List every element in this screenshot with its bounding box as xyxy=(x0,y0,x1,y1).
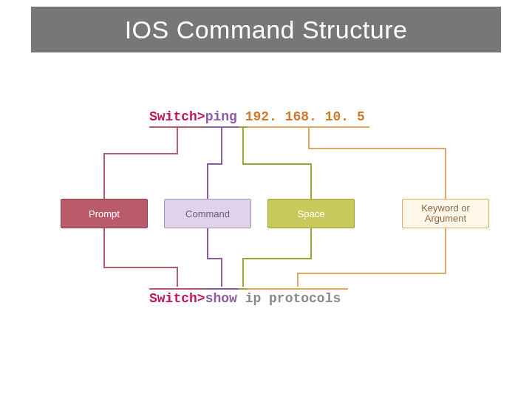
label-command: Command xyxy=(164,199,251,228)
bottom-command-underline xyxy=(205,288,239,290)
top-space-text xyxy=(237,109,245,124)
bottom-space-underline xyxy=(239,288,248,290)
label-argument: Keyword or Argument xyxy=(402,199,489,228)
label-prompt: Prompt xyxy=(61,199,148,228)
example-bottom: Switch>show ip protocols xyxy=(149,291,341,306)
top-arg-underline xyxy=(248,126,369,128)
top-argument-text: 192. 168. 10. 5 xyxy=(245,109,365,124)
bottom-prompt-text: Switch> xyxy=(149,291,205,306)
bottom-prompt-underline xyxy=(149,288,205,290)
top-prompt-underline xyxy=(149,126,205,128)
bottom-command-text: show xyxy=(205,291,237,306)
top-command-underline xyxy=(205,126,239,128)
diagram: Switch>ping 192. 168. 10. 5 Prompt Comma… xyxy=(0,0,532,399)
top-command-text: ping xyxy=(205,109,237,124)
label-space: Space xyxy=(267,199,355,228)
example-top: Switch>ping 192. 168. 10. 5 xyxy=(149,109,365,124)
bottom-arg-underline xyxy=(248,288,348,290)
bottom-space-text xyxy=(237,291,245,306)
top-prompt-text: Switch> xyxy=(149,109,205,124)
top-space-underline xyxy=(239,126,248,128)
bottom-argument-text: ip protocols xyxy=(245,291,341,306)
